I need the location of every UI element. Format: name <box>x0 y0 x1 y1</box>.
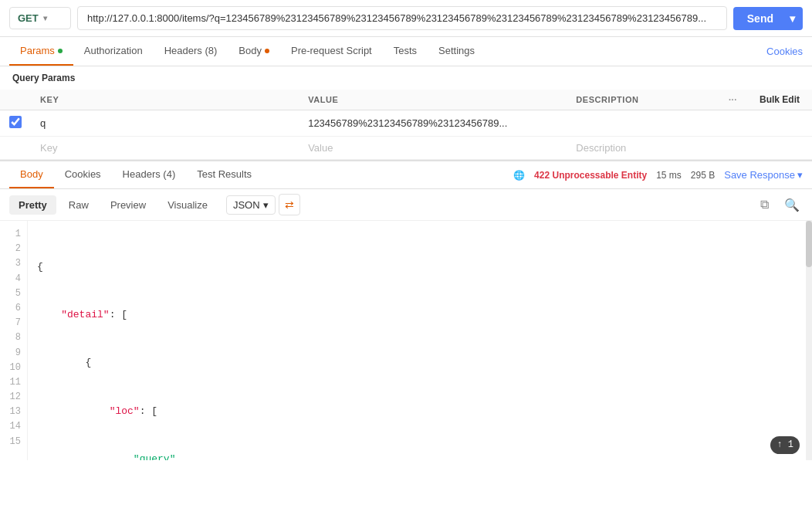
tab-body-label: Body <box>239 45 262 56</box>
code-line-3: { <box>37 355 803 371</box>
toolbar-right: ⧉ 🔍 <box>753 194 803 215</box>
bulk-edit-button[interactable]: Bulk Edit <box>760 94 800 105</box>
tab-params[interactable]: Params <box>9 37 73 66</box>
tab-headers-label: Headers (8) <box>164 45 218 56</box>
placeholder-check-cell <box>0 137 31 160</box>
col-bulk-header: Bulk Edit <box>750 90 812 110</box>
resp-tab-body[interactable]: Body <box>9 161 54 188</box>
response-status-area: 🌐 422 Unprocessable Entity 15 ms 295 B S… <box>513 169 803 181</box>
table-row-placeholder: Key Value Description <box>0 137 812 160</box>
code-line-2: "detail": [ <box>37 307 803 324</box>
url-input[interactable] <box>77 6 727 30</box>
col-desc-header: DESCRIPTION <box>567 90 719 110</box>
row-checkbox-cell <box>0 110 31 137</box>
globe-icon: 🌐 <box>513 170 525 181</box>
save-response-chevron-icon: ▾ <box>797 169 803 181</box>
body-dot <box>265 49 269 53</box>
code-toolbar: Pretty Raw Preview Visualize JSON ▾ ⇄ ⧉ … <box>0 189 812 221</box>
query-params-label: Query Params <box>0 66 812 90</box>
params-table: KEY VALUE DESCRIPTION ··· Bulk Edit q 12… <box>0 90 812 160</box>
resp-tab-headers-label: Headers (4) <box>123 168 176 180</box>
code-line-1: { <box>37 259 803 276</box>
scrollbar-thumb[interactable] <box>806 221 812 267</box>
params-dot <box>58 49 63 53</box>
col-value-header: VALUE <box>299 90 567 110</box>
method-label: GET <box>18 12 39 24</box>
bottom-right-badge: ↑ 1 <box>770 436 800 454</box>
tab-prerequest-label: Pre-request Script <box>291 45 372 56</box>
format-label: JSON <box>233 199 260 211</box>
code-line-4: "loc": [ <box>37 404 803 420</box>
format-selector[interactable]: JSON ▾ <box>226 195 276 215</box>
request-tabs: Params Authorization Headers (8) Body Pr… <box>0 37 812 66</box>
status-badge: 422 Unprocessable Entity <box>534 170 647 181</box>
size-badge: 295 B <box>691 170 715 181</box>
row-more-cell <box>719 110 750 137</box>
placeholder-more-cell <box>719 137 750 160</box>
scrollbar-track[interactable] <box>806 221 812 460</box>
col-more-header: ··· <box>719 90 750 110</box>
resp-tab-testresults[interactable]: Test Results <box>186 161 262 188</box>
time-badge: 15 ms <box>656 170 682 181</box>
tab-tests[interactable]: Tests <box>383 37 428 66</box>
search-button[interactable]: 🔍 <box>781 194 803 215</box>
tab-body[interactable]: Body <box>228 37 280 66</box>
tab-settings-label: Settings <box>438 45 475 56</box>
col-key-header: KEY <box>31 90 299 110</box>
code-content: { "detail": [ { "loc": [ "query", "q" ],… <box>28 221 812 460</box>
method-chevron-icon: ▾ <box>43 14 47 22</box>
row-checkbox[interactable] <box>9 116 22 128</box>
cookies-link[interactable]: Cookies <box>766 46 803 57</box>
tab-headers[interactable]: Headers (8) <box>154 37 228 66</box>
row-bulk-cell <box>750 110 812 137</box>
tab-settings[interactable]: Settings <box>428 37 486 66</box>
table-row: q 123456789%23123456789%23123456789... <box>0 110 812 137</box>
resp-tab-cookies-label: Cookies <box>65 168 101 180</box>
top-bar: GET ▾ Send ▾ <box>0 0 812 37</box>
row-key-cell[interactable]: q <box>31 110 299 137</box>
view-raw-button[interactable]: Raw <box>59 195 98 215</box>
send-chevron-icon[interactable]: ▾ <box>782 12 803 25</box>
placeholder-bulk-cell <box>750 137 812 160</box>
tab-params-label: Params <box>20 45 55 56</box>
save-response-label: Save Response <box>724 169 795 181</box>
row-desc-cell[interactable] <box>567 110 719 137</box>
view-visualize-button[interactable]: Visualize <box>158 195 217 215</box>
line-numbers: 1 2 3 4 5 6 7 8 9 10 11 12 13 14 15 <box>0 221 28 460</box>
send-button[interactable]: Send ▾ <box>733 7 803 30</box>
placeholder-key-cell[interactable]: Key <box>31 137 299 160</box>
placeholder-desc-cell[interactable]: Description <box>567 137 719 160</box>
method-selector[interactable]: GET ▾ <box>9 7 71 29</box>
col-check-header <box>0 90 31 110</box>
more-options-icon[interactable]: ··· <box>729 95 737 104</box>
view-preview-button[interactable]: Preview <box>101 195 155 215</box>
code-area: 1 2 3 4 5 6 7 8 9 10 11 12 13 14 15 { "d… <box>0 221 812 460</box>
resp-tab-headers[interactable]: Headers (4) <box>112 161 187 188</box>
tab-authorization[interactable]: Authorization <box>73 37 154 66</box>
row-value-cell[interactable]: 123456789%23123456789%23123456789... <box>299 110 567 137</box>
placeholder-value-cell[interactable]: Value <box>299 137 567 160</box>
tab-authorization-label: Authorization <box>84 45 143 56</box>
tab-prerequest[interactable]: Pre-request Script <box>280 37 383 66</box>
resp-tab-cookies[interactable]: Cookies <box>54 161 112 188</box>
copy-button[interactable]: ⧉ <box>753 194 775 215</box>
send-label: Send <box>747 12 781 25</box>
code-line-5: "query", <box>37 452 803 460</box>
resp-tab-body-label: Body <box>20 168 43 180</box>
response-tabs-row: Body Cookies Headers (4) Test Results 🌐 … <box>0 160 812 189</box>
tab-tests-label: Tests <box>394 45 417 56</box>
resp-tab-testresults-label: Test Results <box>197 168 252 180</box>
view-pretty-button[interactable]: Pretty <box>9 195 56 215</box>
save-response-button[interactable]: Save Response ▾ <box>724 169 803 181</box>
wrap-icon[interactable]: ⇄ <box>279 194 300 215</box>
format-chevron-icon: ▾ <box>263 199 269 211</box>
